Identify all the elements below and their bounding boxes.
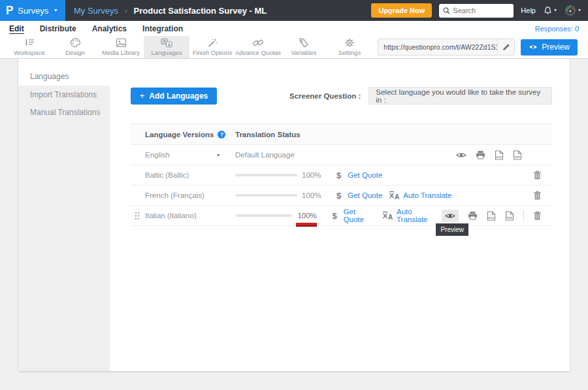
palette-icon <box>70 38 81 48</box>
breadcrumb-my-surveys[interactable]: My Surveys <box>74 6 118 16</box>
tab-analytics[interactable]: Analytics <box>92 24 127 33</box>
plus-icon: + <box>140 91 145 101</box>
sidebar-item-import-translations[interactable]: Import Translations <box>18 86 110 103</box>
languages-sidebar: Languages Import Translations Manual Tra… <box>18 59 110 371</box>
auto-translate-link[interactable]: Auto Translate <box>397 208 442 223</box>
sidebar-item-label: Languages <box>30 72 69 81</box>
sidebar-item-manual-translations[interactable]: Manual Translations <box>18 103 110 121</box>
screener-question-label: Screener Question : <box>289 92 361 100</box>
print-icon[interactable] <box>468 211 478 220</box>
languages-panel: Languages Import Translations Manual Tra… <box>18 59 570 371</box>
toolbar-item-workspace[interactable]: Workspace <box>7 36 52 58</box>
translation-progress-bar <box>235 194 297 197</box>
default-language-label: Default Language <box>235 151 295 159</box>
survey-title: Product Satisfaction Survey - ML <box>134 6 267 16</box>
table-row: French (Français) 100% $ Get Quote A Aut… <box>131 186 552 206</box>
toolbar-item-label: Workspace <box>14 49 44 56</box>
toolbar-item-design[interactable]: Design <box>52 36 98 58</box>
help-link[interactable]: Help <box>521 7 536 14</box>
language-name: English <box>145 151 170 159</box>
sidebar-item-languages[interactable]: Languages <box>18 59 110 86</box>
survey-url-input[interactable] <box>384 43 497 51</box>
language-name: Baltic (Baltic) <box>145 171 189 179</box>
get-quote-link[interactable]: Get Quote <box>348 171 382 179</box>
eye-icon[interactable] <box>456 152 466 159</box>
account-menu[interactable]: ▾ <box>564 4 581 17</box>
svg-text:A: A <box>388 214 393 220</box>
toolbar-item-label: Settings <box>338 49 361 56</box>
tab-distribute[interactable]: Distribute <box>40 24 76 33</box>
languages-table: Language Versions ? Translation Status E… <box>131 123 552 226</box>
screener-question-select[interactable]: Select language you would like to take t… <box>368 87 552 105</box>
topbar-actions: Upgrade Now Help ▾ ▾ <box>371 3 588 18</box>
get-quote-link[interactable]: Get Quote <box>344 208 376 223</box>
eye-icon[interactable] <box>442 210 459 222</box>
delete-icon[interactable] <box>533 191 542 200</box>
toolbar-item-languages[interactable]: A Languages <box>144 36 189 58</box>
search-input[interactable] <box>453 7 510 14</box>
export-doc-icon[interactable]: DOC <box>495 150 504 160</box>
export-pdf-icon[interactable]: PDF <box>505 211 514 221</box>
gear-icon <box>344 38 355 48</box>
add-languages-button[interactable]: + Add Languages <box>131 88 217 105</box>
chain-links-icon <box>252 38 264 48</box>
delete-icon[interactable] <box>533 171 542 180</box>
preview-button[interactable]: Preview <box>521 39 578 56</box>
toolbar-item-label: Advance Quotas <box>235 49 281 56</box>
drag-handle-icon[interactable] <box>135 212 140 221</box>
table-row: Italian (Italiano) 100% $ Get Quote A Au… <box>131 206 552 226</box>
toolbar-item-finish-options[interactable]: Finish Options <box>189 36 235 58</box>
magic-wand-icon <box>207 38 218 48</box>
sidebar-item-label: Manual Translations <box>30 108 100 117</box>
divider <box>523 210 524 221</box>
dollar-icon[interactable]: $ <box>336 171 341 180</box>
translate-icon[interactable]: A <box>382 211 393 220</box>
toolbar-item-label: Languages <box>151 49 182 56</box>
toolbar-item-settings[interactable]: Settings <box>327 36 372 58</box>
edit-url-button[interactable] <box>497 39 514 55</box>
toolbar-item-variables[interactable]: Variables <box>281 36 327 58</box>
responses-count[interactable]: Responses: 0 <box>535 25 579 33</box>
progress-percent: 100% <box>302 171 319 179</box>
toolbar-item-advance-quotas[interactable]: Advance Quotas <box>235 36 281 58</box>
delete-icon[interactable] <box>533 211 542 220</box>
language-select-english[interactable]: English ▾ <box>131 151 235 159</box>
row-actions <box>533 171 552 180</box>
row-actions <box>533 191 552 200</box>
tab-integration[interactable]: Integration <box>142 24 183 33</box>
dollar-icon[interactable]: $ <box>332 211 336 221</box>
preview-button-label: Preview <box>542 42 570 52</box>
export-pdf-icon[interactable]: PDF <box>513 150 522 160</box>
status-cell: Default Language <box>235 151 456 159</box>
translate-icon: A <box>161 38 172 48</box>
upgrade-now-button[interactable]: Upgrade Now <box>371 3 432 18</box>
help-icon[interactable]: ? <box>218 131 225 138</box>
table-row: Baltic (Baltic) 100% $ Get Quote <box>131 165 552 186</box>
toolbar-item-media-library[interactable]: Media Library <box>98 36 144 58</box>
search-icon <box>443 7 450 14</box>
status-cell: 100% $ Get Quote A Auto Translate <box>235 191 533 201</box>
column-translation-status: Translation Status <box>235 131 552 138</box>
tab-edit[interactable]: Edit <box>9 24 24 33</box>
chevron-down-icon: ▾ <box>554 8 557 13</box>
chevron-down-icon: ▾ <box>578 8 581 13</box>
export-doc-icon[interactable]: DOC <box>487 211 496 221</box>
top-navbar: P Surveys ▾ My Surveys › Product Satisfa… <box>0 0 588 21</box>
auto-translate-link[interactable]: Auto Translate <box>403 191 451 199</box>
search-box[interactable] <box>439 4 514 18</box>
print-icon[interactable] <box>476 150 485 159</box>
column-language-versions: Language Versions ? <box>131 131 235 138</box>
table-header: Language Versions ? Translation Status <box>131 123 552 145</box>
doc-label: DOC <box>488 216 495 219</box>
dollar-icon[interactable]: $ <box>336 191 341 201</box>
translate-icon[interactable]: A <box>389 191 400 200</box>
product-menu[interactable]: P Surveys ▾ <box>0 0 65 21</box>
notifications-menu[interactable]: ▾ <box>543 6 557 16</box>
progress-percent: 100% <box>302 191 319 199</box>
get-quote-link[interactable]: Get Quote <box>348 191 382 199</box>
survey-tabs: Edit Distribute Analytics Integration Re… <box>0 21 588 36</box>
language-name: French (Français) <box>145 191 204 199</box>
row-actions: DOC PDF <box>442 210 552 222</box>
bell-icon <box>543 6 553 16</box>
preview-tooltip: Preview <box>436 223 468 236</box>
